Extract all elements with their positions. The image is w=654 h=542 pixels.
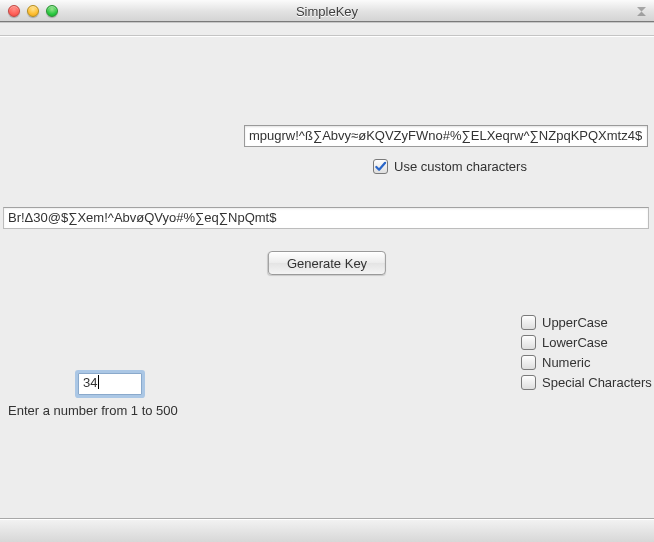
special-label: Special Characters	[542, 375, 652, 390]
numeric-label: Numeric	[542, 355, 590, 370]
lowercase-checkbox[interactable]	[521, 335, 536, 350]
length-hint: Enter a number from 1 to 500	[8, 403, 178, 418]
option-special[interactable]: Special Characters	[521, 375, 652, 390]
custom-characters-value: mpugrw!^ß∑Abvy≈øKQVZyFWno#%∑ELXeqrw^∑NZp…	[249, 128, 642, 143]
status-bar	[0, 518, 654, 542]
custom-characters-input[interactable]: mpugrw!^ß∑Abvy≈øKQVZyFWno#%∑ELXeqrw^∑NZp…	[244, 125, 648, 147]
divider	[0, 35, 654, 36]
titlebar: SimpleKey	[0, 0, 654, 22]
numeric-checkbox[interactable]	[521, 355, 536, 370]
close-icon[interactable]	[8, 5, 20, 17]
use-custom-checkbox[interactable]	[373, 159, 388, 174]
zoom-icon[interactable]	[46, 5, 58, 17]
traffic-lights	[0, 5, 58, 17]
special-checkbox[interactable]	[521, 375, 536, 390]
lowercase-label: LowerCase	[542, 335, 608, 350]
text-caret	[98, 375, 99, 389]
content-area: mpugrw!^ß∑Abvy≈øKQVZyFWno#%∑ELXeqrw^∑NZp…	[0, 22, 654, 514]
character-options: UpperCase LowerCase Numeric Special Char…	[521, 315, 652, 390]
uppercase-label: UpperCase	[542, 315, 608, 330]
generated-key-value: Br!Δ30@$∑Xem!^AbvøQVyo#%∑eq∑NpQmt$	[8, 210, 276, 225]
option-numeric[interactable]: Numeric	[521, 355, 652, 370]
generate-key-button[interactable]: Generate Key	[268, 251, 386, 275]
use-custom-checkbox-row[interactable]: Use custom characters	[373, 159, 527, 174]
window-title: SimpleKey	[0, 4, 654, 19]
use-custom-label: Use custom characters	[394, 159, 527, 174]
length-value: 34	[83, 375, 97, 390]
option-lowercase[interactable]: LowerCase	[521, 335, 652, 350]
option-uppercase[interactable]: UpperCase	[521, 315, 652, 330]
generated-key-output[interactable]: Br!Δ30@$∑Xem!^AbvøQVyo#%∑eq∑NpQmt$	[3, 207, 649, 229]
uppercase-checkbox[interactable]	[521, 315, 536, 330]
length-input[interactable]: 34	[78, 373, 142, 395]
minimize-icon[interactable]	[27, 5, 39, 17]
maximize-icon[interactable]	[635, 5, 648, 18]
